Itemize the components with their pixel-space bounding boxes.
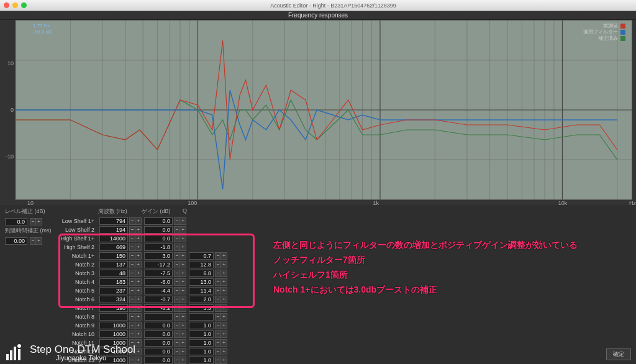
stepper-plus-button[interactable]: + bbox=[221, 348, 227, 355]
stepper-plus-button[interactable]: + bbox=[221, 313, 227, 321]
stepper-minus-button[interactable]: − bbox=[215, 357, 221, 364]
stepper-minus-button[interactable]: − bbox=[174, 278, 180, 286]
stepper-minus-button[interactable]: − bbox=[174, 235, 180, 242]
stepper-plus-button[interactable]: + bbox=[221, 330, 227, 338]
stepper-plus-button[interactable]: + bbox=[221, 261, 227, 268]
stepper-minus-button[interactable]: − bbox=[174, 296, 180, 303]
freq-input[interactable]: 1000 bbox=[99, 322, 128, 329]
stepper-minus-button[interactable]: − bbox=[174, 330, 180, 338]
q-input[interactable]: 11.4 bbox=[189, 287, 214, 294]
stepper-minus-button[interactable]: − bbox=[30, 218, 36, 225]
stepper-plus-button[interactable]: + bbox=[180, 296, 186, 303]
gain-input[interactable]: -4.4 bbox=[144, 287, 173, 294]
stepper-plus-button[interactable]: + bbox=[135, 357, 142, 364]
stepper-plus-button[interactable]: + bbox=[135, 339, 142, 347]
q-input[interactable]: 1.0 bbox=[189, 348, 214, 355]
stepper-minus-button[interactable]: − bbox=[129, 287, 135, 294]
stepper-minus-button[interactable]: − bbox=[215, 278, 221, 286]
stepper-minus-button[interactable]: − bbox=[215, 261, 221, 268]
q-input[interactable]: 1.0 bbox=[189, 330, 214, 338]
gain-input[interactable]: 0.0 bbox=[144, 322, 173, 329]
stepper-plus-button[interactable]: + bbox=[221, 339, 227, 347]
q-input[interactable]: 1.0 bbox=[189, 339, 214, 347]
q-input[interactable]: 3.5 bbox=[189, 304, 214, 312]
stepper-plus-button[interactable]: + bbox=[180, 261, 186, 268]
stepper-minus-button[interactable]: − bbox=[174, 313, 180, 321]
stepper-plus-button[interactable]: + bbox=[135, 270, 142, 277]
stepper-minus-button[interactable]: − bbox=[174, 226, 180, 234]
freq-input[interactable]: 1000 bbox=[99, 330, 128, 338]
q-input[interactable]: 6.8 bbox=[189, 270, 214, 277]
stepper-plus-button[interactable]: + bbox=[221, 278, 227, 286]
confirm-button[interactable]: 確定 bbox=[606, 348, 631, 360]
gain-input[interactable]: 0.0 bbox=[144, 330, 173, 338]
stepper-plus-button[interactable]: + bbox=[36, 237, 42, 245]
stepper-minus-button[interactable]: − bbox=[215, 322, 221, 329]
stepper-plus-button[interactable]: + bbox=[180, 287, 186, 294]
stepper-plus-button[interactable]: + bbox=[221, 304, 227, 312]
q-input[interactable]: 1.0 bbox=[189, 357, 214, 364]
stepper-plus-button[interactable]: + bbox=[221, 357, 227, 364]
stepper-minus-button[interactable]: − bbox=[215, 348, 221, 355]
stepper-plus-button[interactable]: + bbox=[135, 313, 142, 321]
gain-input[interactable]: 0.0 bbox=[144, 339, 173, 347]
q-input[interactable]: 1.0 bbox=[189, 322, 214, 329]
stepper-plus-button[interactable]: + bbox=[135, 226, 142, 234]
frequency-response-chart[interactable]: 1.73 Hz -19.6 dB 実測値 適用フィルター 補正済み bbox=[15, 20, 632, 200]
stepper-minus-button[interactable]: − bbox=[215, 270, 221, 277]
gain-input[interactable]: 0.0 bbox=[144, 226, 173, 234]
level-correction-input[interactable]: 0.0 bbox=[5, 218, 27, 225]
stepper-minus-button[interactable]: − bbox=[215, 313, 221, 321]
stepper-plus-button[interactable]: + bbox=[135, 322, 142, 329]
stepper-minus-button[interactable]: − bbox=[129, 313, 135, 321]
minimize-icon[interactable] bbox=[12, 2, 18, 8]
stepper-plus-button[interactable]: + bbox=[135, 278, 142, 286]
stepper-plus-button[interactable]: + bbox=[180, 313, 186, 321]
q-input[interactable]: 12.8 bbox=[189, 261, 214, 268]
stepper-plus-button[interactable]: + bbox=[135, 261, 142, 268]
stepper-plus-button[interactable]: + bbox=[135, 217, 142, 225]
stepper-plus-button[interactable]: + bbox=[180, 235, 186, 242]
stepper-plus-button[interactable]: + bbox=[180, 270, 186, 277]
stepper-minus-button[interactable]: − bbox=[129, 322, 135, 329]
stepper-minus-button[interactable]: − bbox=[129, 217, 135, 225]
stepper-minus-button[interactable]: − bbox=[129, 261, 135, 268]
stepper-minus-button[interactable]: − bbox=[129, 296, 135, 303]
stepper-minus-button[interactable]: − bbox=[129, 243, 135, 251]
stepper-minus-button[interactable]: − bbox=[174, 287, 180, 294]
stepper-plus-button[interactable]: + bbox=[135, 235, 142, 242]
gain-input[interactable]: 0.0 bbox=[144, 348, 173, 355]
freq-input[interactable]: 137 bbox=[99, 261, 128, 268]
gain-input[interactable]: 0.0 bbox=[144, 217, 173, 225]
stepper-minus-button[interactable]: − bbox=[215, 252, 221, 260]
stepper-plus-button[interactable]: + bbox=[180, 226, 186, 234]
freq-input[interactable]: 237 bbox=[99, 287, 128, 294]
freq-input[interactable]: 14000 bbox=[99, 235, 128, 242]
zoom-icon[interactable] bbox=[21, 2, 27, 8]
stepper-minus-button[interactable]: − bbox=[174, 339, 180, 347]
stepper-minus-button[interactable]: − bbox=[174, 270, 180, 277]
stepper-minus-button[interactable]: − bbox=[129, 235, 135, 242]
stepper-minus-button[interactable]: − bbox=[30, 237, 36, 245]
freq-input[interactable]: 183 bbox=[99, 278, 128, 286]
stepper-plus-button[interactable]: + bbox=[221, 270, 227, 277]
freq-input[interactable]: 150 bbox=[99, 252, 128, 260]
gain-input[interactable]: -6.2 bbox=[144, 304, 173, 312]
stepper-minus-button[interactable]: − bbox=[174, 217, 180, 225]
delay-correction-input[interactable]: 0.00 bbox=[5, 237, 27, 245]
stepper-minus-button[interactable]: − bbox=[215, 330, 221, 338]
stepper-minus-button[interactable]: − bbox=[129, 252, 135, 260]
stepper-minus-button[interactable]: − bbox=[174, 357, 180, 364]
q-input[interactable]: 13.0 bbox=[189, 278, 214, 286]
stepper-plus-button[interactable]: + bbox=[135, 243, 142, 251]
stepper-plus-button[interactable]: + bbox=[135, 304, 142, 312]
stepper-minus-button[interactable]: − bbox=[174, 322, 180, 329]
q-input[interactable]: 2.0 bbox=[189, 296, 214, 303]
gain-input[interactable] bbox=[144, 313, 173, 321]
stepper-plus-button[interactable]: + bbox=[135, 287, 142, 294]
stepper-minus-button[interactable]: − bbox=[129, 330, 135, 338]
stepper-plus-button[interactable]: + bbox=[221, 296, 227, 303]
stepper-plus-button[interactable]: + bbox=[180, 278, 186, 286]
gain-input[interactable]: -1.8 bbox=[144, 243, 173, 251]
stepper-plus-button[interactable]: + bbox=[135, 348, 142, 355]
